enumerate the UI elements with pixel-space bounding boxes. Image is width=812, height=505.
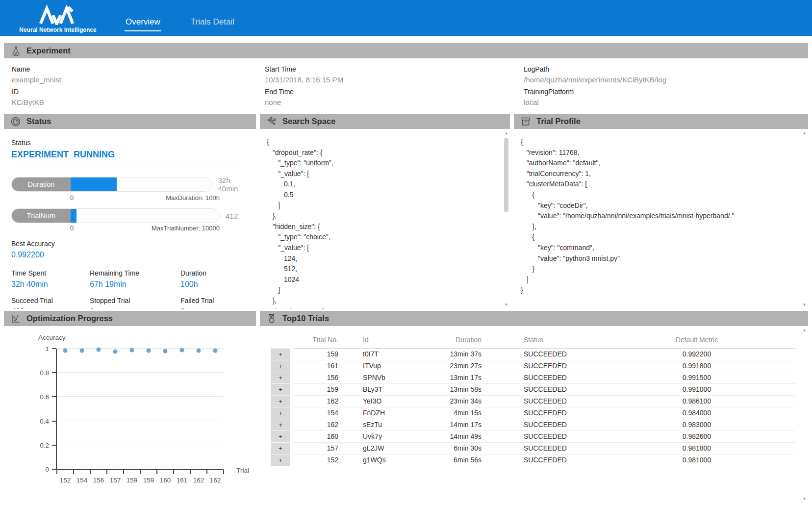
- logpath-value: /home/quzha/nni/experiments/KCiBytKB/log: [524, 76, 800, 84]
- stat-value: 0: [90, 307, 180, 309]
- table-row: + 152 g1WQs 6min 56s SUCCEEDED 0.981000: [271, 454, 795, 466]
- scatter-chart-icon: [10, 313, 21, 324]
- end-time-value: none: [265, 98, 524, 106]
- top10-table: Trial No. Id Duration Status Default Met…: [271, 334, 795, 466]
- experiment-section-header: Experiment: [4, 43, 808, 58]
- y-axis-tick-label: 0: [45, 466, 49, 473]
- trial-profile-json[interactable]: { "revision": 11768, "authorName": "defa…: [514, 129, 808, 296]
- data-point[interactable]: [213, 349, 218, 353]
- x-axis-tick: [156, 470, 157, 474]
- json-line: 0.1,: [267, 179, 499, 190]
- json-line: 124,: [267, 253, 499, 264]
- duration-progress: Duration 32h 40min: [11, 176, 251, 193]
- data-point[interactable]: [113, 349, 118, 354]
- optimization-chart: Accuracy 00.20.40.60.8115215415615715915…: [14, 334, 252, 496]
- json-line: "_type": "choice",: [267, 232, 499, 243]
- status-badge: SUCCEEDED: [490, 349, 598, 360]
- cell-id: SPNVb: [338, 372, 412, 384]
- json-line: }: [521, 285, 797, 296]
- cell-default-metric: 0.991500: [598, 372, 795, 384]
- cell-trial-no: 156: [294, 372, 338, 384]
- json-line: "learning_rate": {: [267, 306, 499, 309]
- table-row: + 160 Uvk7y 14min 49s SUCCEEDED 0.982600: [271, 431, 795, 443]
- expand-row-button[interactable]: +: [271, 407, 290, 419]
- json-line: "key": "codeDir",: [521, 201, 797, 211]
- data-point[interactable]: [97, 348, 101, 352]
- experiment-info: Name example_mnist ID KCiBytKB Start Tim…: [4, 58, 808, 114]
- data-point[interactable]: [163, 349, 168, 353]
- best-accuracy-value: 0.992200: [11, 251, 251, 259]
- data-point[interactable]: [180, 348, 184, 353]
- cell-trial-no: 157: [294, 443, 338, 454]
- status-badge: SUCCEEDED: [490, 443, 598, 454]
- cell-id: gL2JW: [338, 443, 412, 454]
- x-axis-tick: [190, 470, 191, 474]
- scroll-down-icon[interactable]: ▼: [801, 496, 808, 502]
- duration-max: MaxDuration: 100h: [166, 194, 220, 202]
- scroll-down-icon[interactable]: ▼: [503, 302, 509, 308]
- cell-default-metric: 0.984000: [598, 407, 795, 419]
- json-line: 512,: [267, 264, 499, 275]
- expand-row-button[interactable]: +: [271, 396, 290, 407]
- json-line: }: [521, 264, 797, 275]
- expand-row-button[interactable]: +: [271, 372, 290, 384]
- expand-row-button[interactable]: +: [271, 349, 290, 360]
- json-line: "hidden_size": {: [267, 222, 499, 232]
- table-row: + 159 BLy3T 13min 58s SUCCEEDED 0.991000: [271, 384, 795, 396]
- cell-default-metric: 0.981800: [598, 443, 795, 454]
- tab-trials-detail[interactable]: Trials Detail: [190, 15, 235, 31]
- scroll-up-icon[interactable]: ▲: [801, 327, 808, 333]
- expand-row-button[interactable]: +: [271, 384, 290, 396]
- json-line: 0.5: [267, 190, 499, 201]
- top10-scrollbar[interactable]: ▲ ▼: [801, 327, 808, 502]
- data-point[interactable]: [130, 348, 134, 352]
- data-point[interactable]: [147, 348, 151, 353]
- data-point[interactable]: [80, 349, 84, 353]
- platform-label: TrainingPlatform: [524, 88, 800, 96]
- chart-gridline: [57, 421, 224, 421]
- tab-overview[interactable]: Overview: [125, 15, 161, 31]
- table-row: + 161 ITVup 23min 27s SUCCEEDED 0.991800: [271, 360, 795, 372]
- cell-id: FnDZH: [338, 407, 412, 419]
- best-accuracy-label: Best Accuracy: [11, 240, 251, 248]
- expand-row-button[interactable]: +: [271, 419, 290, 431]
- expand-row-button[interactable]: +: [271, 454, 290, 466]
- x-axis-tick-label: 162: [210, 477, 221, 484]
- data-point[interactable]: [63, 349, 68, 353]
- expand-row-button[interactable]: +: [271, 431, 290, 443]
- json-line: 1024: [267, 275, 499, 285]
- brand-title: Neural Network Intelligence: [19, 26, 96, 33]
- cell-default-metric: 0.983000: [598, 419, 795, 431]
- json-line: "value": "python3 mnist.py": [521, 253, 797, 264]
- cell-trial-no: 159: [294, 384, 338, 396]
- x-axis-tick-label: 160: [160, 477, 171, 484]
- trial-profile-panel: Trial Profile { "revision": 11768, "auth…: [514, 114, 808, 309]
- trial-profile-title: Trial Profile: [536, 117, 581, 126]
- duration-min: 0: [70, 194, 74, 202]
- json-line: "key": "command",: [521, 243, 797, 253]
- x-axis-tick-label: 162: [193, 477, 204, 484]
- col-duration: Duration: [412, 334, 490, 349]
- cell-trial-no: 162: [294, 419, 338, 431]
- data-point[interactable]: [197, 348, 201, 353]
- trial-profile-scrollbar[interactable]: ▲ ▼: [801, 130, 808, 308]
- chart-gridline: [57, 396, 224, 397]
- search-space-json[interactable]: { "dropout_rate": { "_type": "uniform", …: [260, 129, 510, 309]
- optimization-section-header: Optimization Progress: [4, 311, 256, 326]
- scrollbar-thumb[interactable]: [504, 138, 508, 212]
- expand-row-button[interactable]: +: [271, 360, 290, 372]
- json-line: ]: [521, 275, 797, 285]
- y-axis-tick-label: 0.6: [40, 393, 49, 401]
- scroll-down-icon[interactable]: ▼: [801, 302, 808, 308]
- stat-item: Stopped Trial 0: [90, 297, 180, 309]
- top10-title: Top10 Trials: [282, 314, 329, 323]
- search-space-section-header: Search Space: [260, 114, 510, 129]
- scroll-up-icon[interactable]: ▲: [503, 130, 509, 136]
- cell-id: YeI3O: [338, 396, 412, 407]
- x-axis-tick: [173, 470, 174, 474]
- expand-row-button[interactable]: +: [271, 443, 290, 454]
- search-space-scrollbar[interactable]: ▲ ▼: [503, 130, 509, 308]
- x-axis-tick: [140, 470, 141, 474]
- scroll-up-icon[interactable]: ▲: [801, 130, 808, 136]
- y-axis-tick-label: 0.4: [40, 417, 49, 425]
